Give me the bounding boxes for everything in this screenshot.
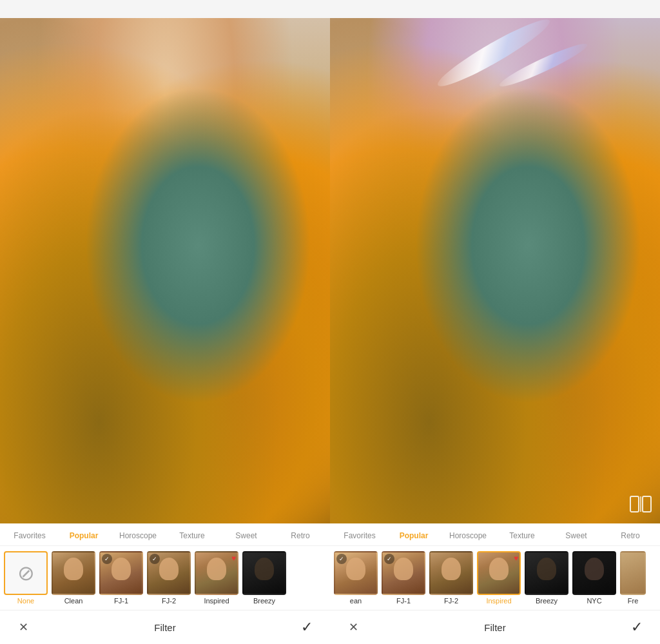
filter-thumb-breezy: [242, 551, 286, 595]
filter-label-toolbar-left: Filter: [154, 622, 175, 633]
tab-sweet-left[interactable]: Sweet: [219, 529, 273, 543]
filter-fj2-right[interactable]: FJ-2: [429, 551, 473, 605]
filter-ean[interactable]: ✓ ean: [334, 551, 378, 605]
filter-thumb-clean: [52, 551, 95, 595]
face-breezy-right: [537, 558, 556, 580]
filter-thumb-fj2: ✓: [147, 551, 191, 595]
photo-bg-right: [330, 18, 660, 523]
split-compare-icon[interactable]: [629, 493, 652, 516]
cancel-button-left[interactable]: ✕: [13, 617, 34, 638]
filter-label-toolbar-right: Filter: [484, 622, 505, 633]
filter-thumb-inspired: ♥: [195, 551, 238, 595]
filter-fj1-left[interactable]: ✓ FJ-1: [99, 551, 143, 605]
filter-label-clean: Clean: [64, 597, 83, 605]
confirm-button-right[interactable]: ✓: [626, 617, 647, 638]
tab-retro-left[interactable]: Retro: [273, 529, 327, 543]
svg-rect-1: [643, 496, 651, 512]
tab-popular-left[interactable]: Popular: [57, 529, 111, 543]
filter-row-left: ⊘ None Clean ✓ FJ-1 ✓ FJ-2: [0, 546, 330, 610]
face-nyc: [585, 558, 604, 580]
face-clean: [64, 558, 83, 580]
filter-label-ean: ean: [350, 597, 362, 605]
filter-thumb-fj1-right: ✓: [382, 551, 425, 595]
filter-nyc-right[interactable]: NYC: [572, 551, 616, 605]
face-fj2: [159, 558, 179, 580]
filter-thumb-fj2-right: [429, 551, 473, 595]
heart-badge-inspired-right: ♥: [514, 554, 518, 563]
photo-area-left: [0, 18, 330, 523]
face-breezy: [255, 558, 274, 580]
right-panel: Favorites Popular Horoscope Texture Swee…: [330, 0, 660, 644]
filter-label-fj1-right: FJ-1: [396, 597, 411, 605]
filter-label-fj1: FJ-1: [114, 597, 128, 605]
filter-clean[interactable]: Clean: [52, 551, 95, 605]
filter-label-breezy: Breezy: [253, 597, 275, 605]
status-bar-right: [330, 0, 660, 18]
left-panel: Favorites Popular Horoscope Texture Swee…: [0, 0, 330, 644]
face-ean: [346, 558, 365, 580]
cancel-button-right[interactable]: ✕: [343, 617, 364, 638]
none-icon: ⊘: [17, 563, 35, 583]
filter-label-fj2-right: FJ-2: [444, 597, 458, 605]
tab-horoscope-right[interactable]: Horoscope: [441, 529, 495, 543]
bottom-toolbar-right: ✕ Filter ✓: [330, 610, 660, 644]
face-fj2-right: [442, 558, 461, 580]
filter-thumb-breezy-right: [525, 551, 568, 595]
check-badge-ean: ✓: [336, 554, 347, 564]
filter-none[interactable]: ⊘ None: [4, 551, 48, 605]
filter-label-none: None: [17, 597, 34, 605]
face-fj1-right: [394, 558, 413, 580]
filter-breezy-left[interactable]: Breezy: [242, 551, 286, 605]
filter-inspired-left[interactable]: ♥ Inspired: [195, 551, 238, 605]
filter-fj2-left[interactable]: ✓ FJ-2: [147, 551, 191, 605]
status-bar-left: [0, 0, 330, 18]
tab-horoscope-left[interactable]: Horoscope: [111, 529, 165, 543]
svg-rect-0: [630, 496, 639, 512]
confirm-button-left[interactable]: ✓: [296, 617, 317, 638]
filter-tabs-right: Favorites Popular Horoscope Texture Swee…: [330, 523, 660, 546]
check-badge-fj1-right: ✓: [384, 554, 394, 564]
tab-retro-right[interactable]: Retro: [603, 529, 657, 543]
tab-favorites-right[interactable]: Favorites: [333, 529, 387, 543]
photo-area-right: [330, 18, 660, 523]
filter-fre-right[interactable]: Fre: [620, 551, 646, 605]
filter-label-nyc: NYC: [587, 597, 601, 605]
filter-label-inspired: Inspired: [204, 597, 229, 605]
filter-thumb-inspired-right: ♥: [477, 551, 521, 595]
filter-tabs-left: Favorites Popular Horoscope Texture Swee…: [0, 523, 330, 546]
face-inspired: [207, 558, 226, 580]
filter-fj1-right[interactable]: ✓ FJ-1: [382, 551, 425, 605]
tab-sweet-right[interactable]: Sweet: [549, 529, 603, 543]
tab-texture-left[interactable]: Texture: [165, 529, 219, 543]
bottom-toolbar-left: ✕ Filter ✓: [0, 610, 330, 644]
filter-thumb-none: ⊘: [4, 551, 48, 595]
tab-popular-right[interactable]: Popular: [387, 529, 441, 543]
heart-badge-inspired: ♥: [231, 554, 236, 563]
filter-label-breezy-right: Breezy: [536, 597, 558, 605]
tab-texture-right[interactable]: Texture: [495, 529, 549, 543]
photo-bg-left: [0, 18, 330, 523]
filter-inspired-right[interactable]: ♥ Inspired: [477, 551, 521, 605]
filter-thumb-fre: [620, 551, 646, 595]
check-badge-fj1: ✓: [102, 554, 112, 564]
split-icon-svg: [629, 493, 652, 516]
tab-favorites-left[interactable]: Favorites: [3, 529, 57, 543]
face-inspired-right: [489, 558, 509, 580]
filter-label-fre: Fre: [628, 597, 639, 605]
filter-label-inspired-right: Inspired: [486, 597, 511, 605]
filter-row-right: ✓ ean ✓ FJ-1 FJ-2 ♥ Inspired: [330, 546, 660, 610]
filter-thumb-fj1: ✓: [99, 551, 143, 595]
check-badge-fj2: ✓: [150, 554, 160, 564]
face-fj1: [112, 558, 131, 580]
filter-thumb-ean: ✓: [334, 551, 378, 595]
filter-label-fj2: FJ-2: [162, 597, 176, 605]
filter-breezy-right[interactable]: Breezy: [525, 551, 568, 605]
filter-thumb-nyc: [572, 551, 616, 595]
